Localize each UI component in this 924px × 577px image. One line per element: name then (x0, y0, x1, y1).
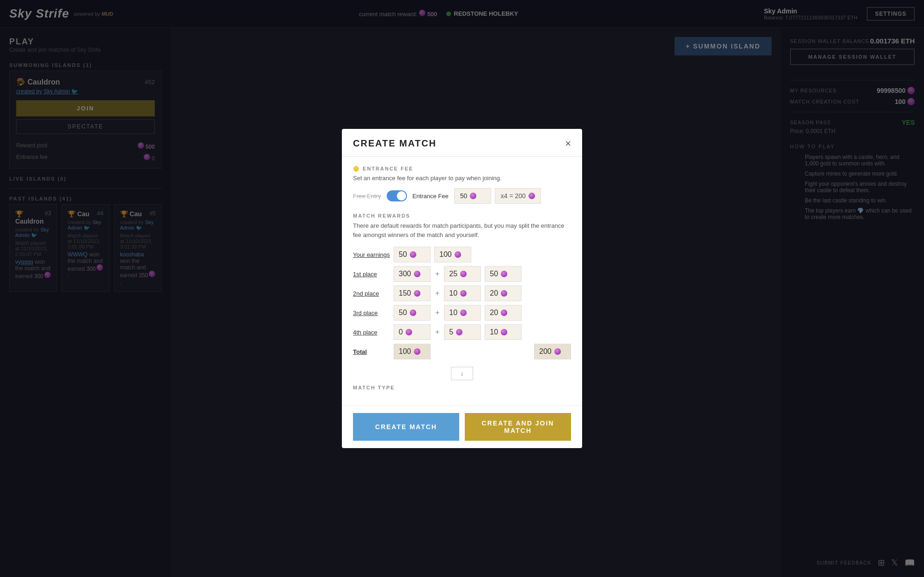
total-label: Total (353, 348, 390, 355)
total-row: Total 100 200 (353, 344, 571, 359)
fee-input-group: 50 x4 = 200 (454, 188, 541, 204)
first-place-bonus[interactable]: 25 (444, 266, 481, 282)
modal-close-button[interactable]: × (565, 139, 571, 149)
fourth-place-row: 4th place 0 + 5 10 (353, 324, 571, 340)
third-place-label: 3rd place (353, 310, 390, 316)
gem-icon (414, 290, 420, 297)
gem-icon (455, 251, 461, 258)
fourth-place-total[interactable]: 10 (485, 324, 522, 340)
plus-sign: + (435, 328, 439, 336)
toggle-knob (397, 191, 406, 200)
rewards-description: There are default rewards for match part… (353, 221, 571, 239)
gem-icon (501, 271, 507, 277)
second-place-total[interactable]: 20 (485, 285, 522, 301)
gem-icon (501, 290, 507, 297)
first-place-base[interactable]: 300 (394, 266, 431, 282)
first-place-row: 1st place 300 + 25 50 (353, 266, 571, 282)
fee-input-box: 50 (454, 188, 491, 204)
create-match-modal: CREATE MATCH × 🪙 ENTRANCE FEE Set an ent… (342, 129, 582, 448)
plus-sign: + (435, 309, 439, 317)
modal-overlay[interactable]: CREATE MATCH × 🪙 ENTRANCE FEE Set an ent… (0, 0, 924, 577)
second-place-label: 2nd place (353, 290, 390, 297)
entrance-fee-description: Set an entrance fee for each player to p… (353, 175, 571, 182)
modal-title: CREATE MATCH (353, 138, 437, 149)
gem-icon (529, 193, 535, 199)
gem-icon (456, 329, 462, 335)
second-place-base[interactable]: 150 (394, 285, 431, 301)
entrance-fee-label: Entrance Fee (413, 193, 449, 200)
first-place-label: 1st place (353, 271, 390, 278)
gem-icon (470, 193, 476, 199)
modal-footer: CREATE MATCH CREATE AND JOIN MATCH (342, 405, 582, 448)
gem-icon (406, 329, 412, 335)
modal-body: 🪙 ENTRANCE FEE Set an entrance fee for e… (342, 157, 582, 405)
third-place-bonus[interactable]: 10 (444, 305, 481, 321)
total-base: 100 (394, 344, 431, 359)
gem-icon (414, 348, 420, 355)
gem-icon (501, 310, 507, 316)
match-rewards-label: MATCH REWARDS (353, 213, 571, 219)
second-place-bonus[interactable]: 10 (444, 285, 481, 301)
your-earnings-bonus-input[interactable]: 100 (434, 247, 471, 262)
second-place-row: 2nd place 150 + 10 20 (353, 285, 571, 301)
free-entry-label: Free Entry (353, 193, 381, 200)
your-earnings-base-input[interactable]: 50 (394, 247, 431, 262)
third-place-total[interactable]: 20 (485, 305, 522, 321)
your-earnings-label: Your earnings (353, 251, 390, 258)
plus-sign: + (435, 289, 439, 298)
gem-icon (554, 348, 561, 355)
create-and-join-button[interactable]: CREATE AND JOIN MATCH (465, 413, 571, 441)
scroll-down-area: ↓ (353, 367, 571, 380)
entrance-fee-toggle-row: Free Entry Entrance Fee 50 x4 = 200 (353, 188, 571, 204)
gem-icon (501, 329, 507, 335)
plus-sign: + (435, 270, 439, 278)
scroll-down-button[interactable]: ↓ (451, 367, 474, 380)
fee-multiplier: x4 = 200 (495, 188, 541, 204)
match-rewards-section: MATCH REWARDS There are default rewards … (353, 213, 571, 359)
gem-icon (410, 310, 416, 316)
gem-icon (410, 251, 416, 258)
your-earnings-row: Your earnings 50 100 (353, 247, 571, 262)
gem-icon (460, 271, 467, 277)
total-bonus: 200 (534, 344, 571, 359)
fourth-place-bonus[interactable]: 5 (444, 324, 481, 340)
gem-icon (460, 310, 467, 316)
fourth-place-base[interactable]: 0 (394, 324, 431, 340)
create-match-button[interactable]: CREATE MATCH (353, 413, 459, 441)
match-type-label: MATCH TYPE (353, 385, 571, 390)
entrance-fee-section-label: 🪙 ENTRANCE FEE (353, 166, 571, 172)
fourth-place-label: 4th place (353, 329, 390, 336)
third-place-row: 3rd place 50 + 10 20 (353, 305, 571, 321)
third-place-base[interactable]: 50 (394, 305, 431, 321)
gem-icon (460, 290, 467, 297)
entrance-fee-toggle[interactable] (387, 190, 407, 201)
first-place-total[interactable]: 50 (485, 266, 522, 282)
gem-icon (414, 271, 420, 277)
modal-header: CREATE MATCH × (342, 129, 582, 157)
